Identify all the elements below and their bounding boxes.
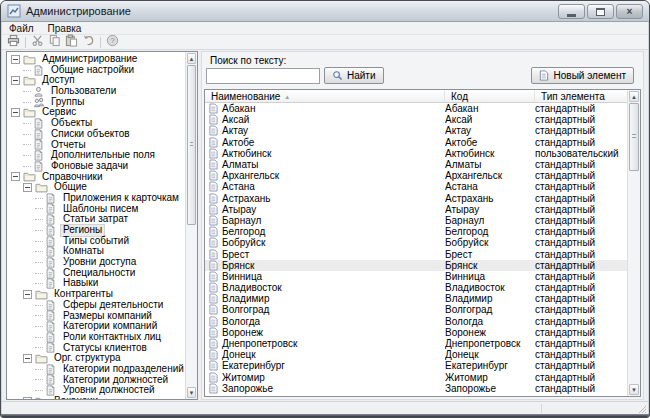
card-icon (45, 193, 57, 204)
cell-code: Актобе (445, 137, 535, 148)
table-row[interactable]: БрестБрестстандартный (205, 248, 627, 259)
card-icon (45, 214, 57, 225)
cell-type: стандартный (535, 237, 627, 248)
card-icon (45, 321, 57, 332)
cell-code: Запорожье (445, 383, 535, 394)
tree-item[interactable]: Общие настройки (7, 65, 185, 76)
tree-connector (23, 134, 31, 135)
cell-type: пользовательский (535, 148, 627, 159)
tree-item[interactable]: Сферы деятельности (7, 300, 185, 311)
help-button[interactable]: ? (104, 35, 121, 49)
cell-name: Актау (222, 125, 248, 136)
collapse-icon[interactable] (11, 76, 20, 85)
row-page-icon (209, 260, 218, 271)
titlebar[interactable]: Администрирование × (1, 1, 649, 22)
table-row[interactable]: БелгородБелгородстандартный (205, 226, 627, 237)
collapse-icon[interactable] (11, 55, 20, 64)
table-row[interactable]: ВологдаВологдастандартный (205, 316, 627, 327)
tree-item[interactable]: Пользователи (7, 86, 185, 97)
card-icon (33, 129, 45, 140)
scroll-up-icon[interactable]: ▲ (187, 53, 196, 64)
table-row[interactable]: ЗапорожьеЗапорожьестандартный (205, 383, 627, 394)
table-scrollbar[interactable]: ▲ ▼ (627, 90, 640, 396)
folder-icon (35, 396, 48, 399)
scroll-down-icon[interactable]: ▼ (629, 384, 639, 395)
cut-button[interactable] (29, 35, 46, 49)
table-row[interactable]: АлматыАлматыстандартный (205, 159, 627, 170)
tree-item[interactable]: Вакансии (7, 396, 185, 399)
tree-item[interactable]: Списки объектов (7, 129, 185, 140)
tree-item[interactable]: Группы (7, 97, 185, 108)
collapse-icon[interactable] (23, 290, 32, 299)
menu-item-file[interactable]: Файл (9, 23, 34, 34)
cell-code: Вологда (445, 316, 535, 327)
search-input[interactable] (206, 68, 320, 84)
cell-code: Донецк (445, 349, 535, 360)
table-row[interactable]: АстанаАстанастандартный (205, 181, 627, 192)
collapse-icon[interactable] (23, 354, 32, 363)
table-row[interactable]: БарнаулБарнаулстандартный (205, 215, 627, 226)
scroll-up-icon[interactable]: ▲ (629, 91, 639, 102)
tree-scrollbar-thumb[interactable] (187, 65, 196, 225)
table-row[interactable]: АктюбинскАктюбинскпользовательский (205, 148, 627, 159)
table-row[interactable]: АктауАктаустандартный (205, 125, 627, 136)
scissors-icon (31, 33, 44, 51)
cell-type: стандартный (535, 204, 627, 215)
table-row[interactable]: ВладивостокВладивостокстандартный (205, 282, 627, 293)
tree-item[interactable]: Роли контактных лиц (7, 332, 185, 343)
copy-button[interactable] (46, 35, 63, 49)
table-scrollbar-thumb[interactable] (629, 103, 639, 171)
content-area: АдминистрированиеОбщие настройкиДоступПо… (2, 50, 648, 401)
cell-name: Актобе (222, 137, 254, 148)
tree-item[interactable]: Фоновые задачи (7, 161, 185, 172)
table-row[interactable]: ЕкатеринбургЕкатеринбургстандартный (205, 360, 627, 371)
table-row[interactable]: БобруйскБобруйскстандартный (205, 237, 627, 248)
table-row[interactable]: АктобеАктобестандартный (205, 137, 627, 148)
undo-button[interactable] (80, 35, 97, 49)
tree-item[interactable]: Справочники (7, 172, 185, 183)
close-button[interactable]: × (616, 4, 643, 19)
table-row[interactable]: АстраханьАстраханьстандартный (205, 193, 627, 204)
table-row[interactable]: ВинницаВинницастандартный (205, 271, 627, 282)
table-row[interactable]: ВладимирВладимирстандартный (205, 293, 627, 304)
row-page-icon (209, 137, 218, 148)
folder-icon (35, 182, 48, 193)
table-row[interactable]: АбаканАбаканстандартный (205, 103, 627, 114)
tree-connector (35, 369, 43, 370)
statusbar-divider (541, 404, 542, 413)
tree-item[interactable]: Сервис (7, 107, 185, 118)
paste-button[interactable] (63, 35, 80, 49)
maximize-button[interactable] (587, 4, 614, 19)
table-row[interactable]: ВоронежВоронежстандартный (205, 327, 627, 338)
table-row[interactable]: БрянскБрянскстандартный (205, 260, 627, 271)
row-page-icon (209, 170, 218, 181)
collapse-icon[interactable] (23, 397, 32, 399)
column-header-name[interactable]: Наименование ▲ (205, 90, 445, 103)
collapse-icon[interactable] (11, 172, 20, 181)
cell-name: Белгород (222, 226, 265, 237)
row-page-icon (209, 114, 218, 125)
minimize-button[interactable] (558, 4, 585, 19)
table-row[interactable]: ВолгоградВолгоградстандартный (205, 304, 627, 315)
table-row[interactable]: ДнепропетровскДнепропетровскстандартный (205, 338, 627, 349)
row-page-icon (209, 327, 218, 338)
app-icon (7, 4, 21, 18)
print-button[interactable] (5, 35, 22, 49)
collapse-icon[interactable] (11, 108, 20, 117)
tree-scrollbar[interactable]: ▲ ▼ (185, 52, 197, 399)
table-row[interactable]: АтырауАтыраустандартный (205, 204, 627, 215)
table-row[interactable]: ЖитомирЖитомирстандартный (205, 372, 627, 383)
menu-item-edit[interactable]: Правка (48, 23, 82, 34)
table-row[interactable]: АрхангельскАрхангельскстандартный (205, 170, 627, 181)
column-header-type[interactable]: Тип элемента (535, 90, 627, 103)
folder-icon (23, 107, 36, 118)
window-title: Администрирование (26, 5, 131, 17)
collapse-icon[interactable] (23, 183, 32, 192)
column-header-code[interactable]: Код (445, 90, 535, 103)
find-button[interactable]: Найти (324, 67, 384, 84)
scroll-down-icon[interactable]: ▼ (187, 387, 196, 398)
table-row[interactable]: АксайАксайстандартный (205, 114, 627, 125)
table-row[interactable]: ДонецкДонецкстандартный (205, 349, 627, 360)
resize-grip-icon[interactable] (636, 403, 646, 413)
new-element-button[interactable]: Новый элемент (531, 67, 634, 84)
